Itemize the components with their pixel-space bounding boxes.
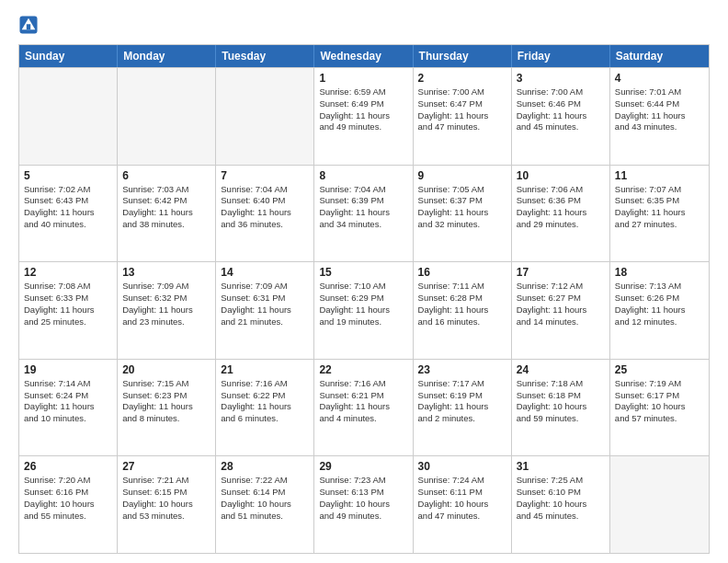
day-number: 3 [517, 72, 605, 85]
day-number: 23 [418, 363, 506, 376]
day-cell-4: 4Sunrise: 7:01 AM Sunset: 6:44 PM Daylig… [610, 68, 709, 165]
calendar-row-2: 12Sunrise: 7:08 AM Sunset: 6:33 PM Dayli… [19, 261, 709, 359]
day-info: Sunrise: 7:08 AM Sunset: 6:33 PM Dayligh… [24, 281, 112, 327]
day-info: Sunrise: 7:14 AM Sunset: 6:24 PM Dayligh… [24, 378, 112, 425]
day-number: 26 [24, 460, 112, 473]
day-cell-21: 21Sunrise: 7:16 AM Sunset: 6:22 PM Dayli… [216, 360, 314, 456]
weekday-header-wednesday: Wednesday [314, 45, 413, 67]
calendar-row-4: 26Sunrise: 7:20 AM Sunset: 6:16 PM Dayli… [19, 455, 709, 553]
logo [18, 15, 42, 35]
day-info: Sunrise: 7:25 AM Sunset: 6:10 PM Dayligh… [517, 475, 605, 522]
calendar: SundayMondayTuesdayWednesdayThursdayFrid… [18, 44, 710, 554]
day-info: Sunrise: 6:59 AM Sunset: 6:49 PM Dayligh… [319, 86, 407, 133]
day-info: Sunrise: 7:16 AM Sunset: 6:22 PM Dayligh… [221, 378, 309, 425]
day-info: Sunrise: 7:12 AM Sunset: 6:27 PM Dayligh… [517, 281, 605, 327]
day-cell-19: 19Sunrise: 7:14 AM Sunset: 6:24 PM Dayli… [19, 360, 118, 456]
day-cell-30: 30Sunrise: 7:24 AM Sunset: 6:11 PM Dayli… [414, 456, 512, 553]
day-info: Sunrise: 7:22 AM Sunset: 6:14 PM Dayligh… [221, 475, 309, 522]
day-cell-27: 27Sunrise: 7:21 AM Sunset: 6:15 PM Dayli… [118, 456, 216, 553]
page: SundayMondayTuesdayWednesdayThursdayFrid… [0, 0, 728, 563]
day-number: 1 [319, 72, 407, 85]
weekday-header-sunday: Sunday [19, 45, 118, 67]
day-cell-25: 25Sunrise: 7:19 AM Sunset: 6:17 PM Dayli… [610, 360, 709, 456]
day-cell-11: 11Sunrise: 7:07 AM Sunset: 6:35 PM Dayli… [610, 166, 709, 262]
day-cell-28: 28Sunrise: 7:22 AM Sunset: 6:14 PM Dayli… [216, 456, 314, 553]
weekday-header-saturday: Saturday [610, 45, 709, 67]
calendar-row-3: 19Sunrise: 7:14 AM Sunset: 6:24 PM Dayli… [19, 359, 709, 456]
calendar-body: 1Sunrise: 6:59 AM Sunset: 6:49 PM Daylig… [19, 67, 709, 553]
day-cell-16: 16Sunrise: 7:11 AM Sunset: 6:28 PM Dayli… [414, 262, 512, 359]
day-info: Sunrise: 7:00 AM Sunset: 6:46 PM Dayligh… [517, 86, 605, 133]
svg-rect-2 [27, 24, 30, 29]
day-number: 17 [517, 266, 605, 279]
day-number: 20 [122, 363, 210, 376]
day-cell-12: 12Sunrise: 7:08 AM Sunset: 6:33 PM Dayli… [19, 262, 118, 359]
day-number: 6 [122, 169, 210, 182]
weekday-header-monday: Monday [118, 45, 216, 67]
day-number: 10 [517, 169, 605, 182]
weekday-header-friday: Friday [512, 45, 610, 67]
day-cell-23: 23Sunrise: 7:17 AM Sunset: 6:19 PM Dayli… [414, 360, 512, 456]
day-number: 22 [319, 363, 407, 376]
day-info: Sunrise: 7:19 AM Sunset: 6:17 PM Dayligh… [615, 378, 704, 425]
day-cell-15: 15Sunrise: 7:10 AM Sunset: 6:29 PM Dayli… [314, 262, 413, 359]
day-number: 16 [418, 266, 506, 279]
day-cell-31: 31Sunrise: 7:25 AM Sunset: 6:10 PM Dayli… [512, 456, 610, 553]
day-number: 2 [418, 72, 506, 85]
day-number: 7 [221, 169, 309, 182]
day-cell-2: 2Sunrise: 7:00 AM Sunset: 6:47 PM Daylig… [414, 68, 512, 165]
day-cell-14: 14Sunrise: 7:09 AM Sunset: 6:31 PM Dayli… [216, 262, 314, 359]
day-number: 31 [517, 460, 605, 473]
day-info: Sunrise: 7:00 AM Sunset: 6:47 PM Dayligh… [418, 86, 506, 133]
day-cell-13: 13Sunrise: 7:09 AM Sunset: 6:32 PM Dayli… [118, 262, 216, 359]
day-info: Sunrise: 7:24 AM Sunset: 6:11 PM Dayligh… [418, 475, 506, 522]
empty-cell [19, 68, 118, 165]
day-number: 24 [517, 363, 605, 376]
day-cell-29: 29Sunrise: 7:23 AM Sunset: 6:13 PM Dayli… [314, 456, 413, 553]
day-number: 18 [615, 266, 704, 279]
day-info: Sunrise: 7:04 AM Sunset: 6:39 PM Dayligh… [319, 184, 407, 231]
day-cell-7: 7Sunrise: 7:04 AM Sunset: 6:40 PM Daylig… [216, 166, 314, 262]
day-number: 14 [221, 266, 309, 279]
day-info: Sunrise: 7:20 AM Sunset: 6:16 PM Dayligh… [24, 475, 112, 522]
day-number: 11 [615, 169, 704, 182]
day-cell-1: 1Sunrise: 6:59 AM Sunset: 6:49 PM Daylig… [314, 68, 413, 165]
day-number: 27 [122, 460, 210, 473]
logo-icon [18, 15, 39, 35]
calendar-row-0: 1Sunrise: 6:59 AM Sunset: 6:49 PM Daylig… [19, 67, 709, 165]
day-info: Sunrise: 7:18 AM Sunset: 6:18 PM Dayligh… [517, 378, 605, 425]
day-number: 13 [122, 266, 210, 279]
day-cell-17: 17Sunrise: 7:12 AM Sunset: 6:27 PM Dayli… [512, 262, 610, 359]
day-info: Sunrise: 7:13 AM Sunset: 6:26 PM Dayligh… [615, 281, 704, 327]
calendar-header: SundayMondayTuesdayWednesdayThursdayFrid… [19, 45, 709, 67]
empty-cell [216, 68, 314, 165]
day-cell-22: 22Sunrise: 7:16 AM Sunset: 6:21 PM Dayli… [314, 360, 413, 456]
calendar-row-1: 5Sunrise: 7:02 AM Sunset: 6:43 PM Daylig… [19, 165, 709, 262]
weekday-header-tuesday: Tuesday [216, 45, 314, 67]
empty-cell [118, 68, 216, 165]
day-number: 8 [319, 169, 407, 182]
day-cell-5: 5Sunrise: 7:02 AM Sunset: 6:43 PM Daylig… [19, 166, 118, 262]
weekday-header-thursday: Thursday [414, 45, 512, 67]
day-cell-10: 10Sunrise: 7:06 AM Sunset: 6:36 PM Dayli… [512, 166, 610, 262]
day-info: Sunrise: 7:01 AM Sunset: 6:44 PM Dayligh… [615, 86, 704, 133]
day-cell-24: 24Sunrise: 7:18 AM Sunset: 6:18 PM Dayli… [512, 360, 610, 456]
empty-cell [610, 456, 709, 553]
day-info: Sunrise: 7:04 AM Sunset: 6:40 PM Dayligh… [221, 184, 309, 231]
day-info: Sunrise: 7:15 AM Sunset: 6:23 PM Dayligh… [122, 378, 210, 425]
day-info: Sunrise: 7:09 AM Sunset: 6:32 PM Dayligh… [122, 281, 210, 327]
day-number: 4 [615, 72, 704, 85]
day-number: 15 [319, 266, 407, 279]
day-info: Sunrise: 7:17 AM Sunset: 6:19 PM Dayligh… [418, 378, 506, 425]
day-cell-9: 9Sunrise: 7:05 AM Sunset: 6:37 PM Daylig… [414, 166, 512, 262]
day-number: 21 [221, 363, 309, 376]
day-cell-18: 18Sunrise: 7:13 AM Sunset: 6:26 PM Dayli… [610, 262, 709, 359]
day-number: 28 [221, 460, 309, 473]
day-cell-8: 8Sunrise: 7:04 AM Sunset: 6:39 PM Daylig… [314, 166, 413, 262]
day-info: Sunrise: 7:05 AM Sunset: 6:37 PM Dayligh… [418, 184, 506, 231]
day-cell-20: 20Sunrise: 7:15 AM Sunset: 6:23 PM Dayli… [118, 360, 216, 456]
day-number: 30 [418, 460, 506, 473]
day-number: 25 [615, 363, 704, 376]
day-info: Sunrise: 7:16 AM Sunset: 6:21 PM Dayligh… [319, 378, 407, 425]
day-info: Sunrise: 7:07 AM Sunset: 6:35 PM Dayligh… [615, 184, 704, 231]
